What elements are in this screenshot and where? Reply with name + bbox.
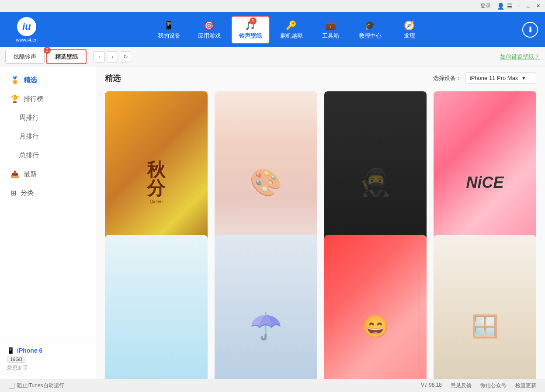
nav-tutorials[interactable]: 🎓 教程中心 (352, 17, 389, 43)
dropdown-chevron-icon: ▾ (522, 75, 525, 81)
categories-icon: ⊞ (10, 189, 16, 197)
sidebar-item-featured[interactable]: 🏅 精选 (2, 71, 94, 90)
nav-items: 📱 我的设备 🎯 应用游戏 1 🎵 铃声壁纸 🔑 刷机越狱 💼 工具箱 🎓 (55, 16, 522, 44)
sidebar-item-latest[interactable]: 📤 最新 (2, 165, 94, 184)
autumn-subtitle: Qiufen (150, 199, 163, 204)
wallpaper-grid: 秋 分 Qiufen 🎨 🥷 NiCE 🌸 (96, 88, 545, 379)
nav-prev-button[interactable]: ‹ (94, 51, 105, 62)
sidebar: 🏅 精选 🏆 排行榜 周排行 月排行 总排行 📤 最新 ⊞ 分类 (0, 66, 96, 379)
user-icon[interactable]: 👤 (497, 3, 504, 10)
sub-tab-ringtones[interactable]: 炫酷铃声 (5, 50, 45, 64)
status-bar: 阻止iTunes自动运行 V7.98.18 意见反馈 微信公众号 检查更新 (0, 379, 545, 392)
wp6-placeholder: ☂️ (215, 235, 317, 379)
header-right: ⬇ (522, 22, 538, 38)
list-icon[interactable]: ☰ (507, 3, 513, 10)
wechat-link[interactable]: 微信公众号 (480, 382, 507, 389)
wallpapers-badge: 2 (44, 47, 51, 54)
download-button[interactable]: ⬇ (522, 22, 538, 38)
featured-icon: 🏅 (10, 76, 19, 84)
nav-next-button[interactable]: › (107, 51, 118, 62)
nav-arrows: ‹ › ↻ (94, 51, 131, 62)
wp7-placeholder: 😄 (324, 235, 427, 379)
sidebar-item-weekly[interactable]: 周排行 (2, 108, 94, 127)
autumn-text-1: 秋 (147, 161, 165, 179)
device-brand: 爱思助手 (7, 364, 89, 372)
nav-apps-games[interactable]: 🎯 应用游戏 (191, 17, 228, 43)
device-selector: 选择设备： iPhone 11 Pro Max ▾ (433, 73, 536, 83)
tools-icon: 💼 (325, 20, 336, 31)
wallpaper-item[interactable]: 😄 (324, 235, 427, 379)
ringtones-badge: 1 (250, 17, 257, 24)
itunes-label: 阻止iTunes自动运行 (17, 382, 64, 389)
login-label[interactable]: 登录 (480, 2, 491, 10)
wallpaper-item[interactable]: ☂️ (215, 235, 317, 379)
discover-icon: 🧭 (404, 20, 415, 31)
sub-tab-wallpapers[interactable]: 精选壁纸 (46, 49, 87, 64)
logo-url: www.i4.cn (16, 37, 38, 42)
wallpaper-help-link[interactable]: 如何设置壁纸？ (500, 53, 540, 61)
autumn-text-2: 分 (147, 179, 165, 198)
nav-jailbreak[interactable]: 🔑 刷机越狱 (273, 17, 310, 43)
logo-area: iu www.i4.cn (7, 17, 46, 42)
minimize-button[interactable]: － (515, 3, 522, 10)
wallpaper-item[interactable]: 🌸 (105, 235, 208, 379)
sidebar-item-monthly[interactable]: 月排行 (2, 127, 94, 146)
device-storage: 16GB (7, 356, 25, 363)
sidebar-item-categories[interactable]: ⊞ 分类 (2, 184, 94, 202)
content-title: 精选 (105, 73, 121, 83)
content-area: 精选 选择设备： iPhone 11 Pro Max ▾ 秋 分 Qiufen (96, 66, 545, 379)
nav-tools[interactable]: 💼 工具箱 (313, 17, 348, 43)
rankings-icon: 🏆 (10, 95, 19, 103)
sub-nav: 炫酷铃声 2 精选壁纸 ‹ › ↻ 如何设置壁纸？ (0, 47, 545, 66)
sidebar-item-rankings[interactable]: 🏆 排行榜 (2, 90, 94, 108)
status-right: V7.98.18 意见反馈 微信公众号 检查更新 (421, 382, 536, 389)
main-layout: 🏅 精选 🏆 排行榜 周排行 月排行 总排行 📤 最新 ⊞ 分类 (0, 66, 545, 379)
device-name: 📱 iPhone 6 (7, 347, 89, 354)
nav-discover[interactable]: 🧭 发现 (392, 17, 427, 43)
itunes-checkbox[interactable] (9, 383, 14, 389)
nav-ringtones[interactable]: 1 🎵 铃声壁纸 (231, 16, 270, 44)
sidebar-device-info: 📱 iPhone 6 16GB 爱思助手 (0, 340, 96, 379)
refresh-button[interactable]: ↻ (120, 51, 131, 62)
title-bar-controls: 登录 👤 ☰ － □ ✕ (480, 2, 542, 10)
device-icon: 📱 (163, 20, 174, 31)
maximize-button[interactable]: □ (525, 3, 532, 10)
latest-icon: 📤 (10, 170, 19, 178)
logo-icon[interactable]: iu (17, 17, 36, 36)
title-bar: 登录 👤 ☰ － □ ✕ (0, 0, 545, 12)
device-select-dropdown[interactable]: iPhone 11 Pro Max ▾ (465, 73, 536, 83)
header: iu www.i4.cn 📱 我的设备 🎯 应用游戏 1 🎵 铃声壁纸 🔑 刷机… (0, 12, 545, 47)
apps-icon: 🎯 (204, 20, 215, 31)
device-phone-icon: 📱 (7, 347, 14, 354)
wallpaper-item[interactable]: 🪟 第1页 ▲ (434, 235, 536, 379)
feedback-link[interactable]: 意见反馈 (451, 382, 472, 389)
nav-my-device[interactable]: 📱 我的设备 (151, 17, 187, 43)
update-link[interactable]: 检查更新 (515, 382, 536, 389)
tutorials-icon: 🎓 (364, 20, 375, 31)
close-button[interactable]: ✕ (535, 3, 542, 10)
sub-tab-wallpapers-wrap: 2 精选壁纸 (46, 49, 87, 64)
status-left: 阻止iTunes自动运行 (9, 382, 64, 389)
jailbreak-icon: 🔑 (286, 20, 297, 31)
content-header: 精选 选择设备： iPhone 11 Pro Max ▾ (96, 66, 545, 88)
version-text: V7.98.18 (421, 382, 442, 389)
sidebar-item-total[interactable]: 总排行 (2, 146, 94, 165)
wp8-placeholder: 🪟 (434, 235, 536, 379)
wp5-placeholder: 🌸 (105, 235, 208, 379)
device-selector-label: 选择设备： (433, 74, 462, 82)
